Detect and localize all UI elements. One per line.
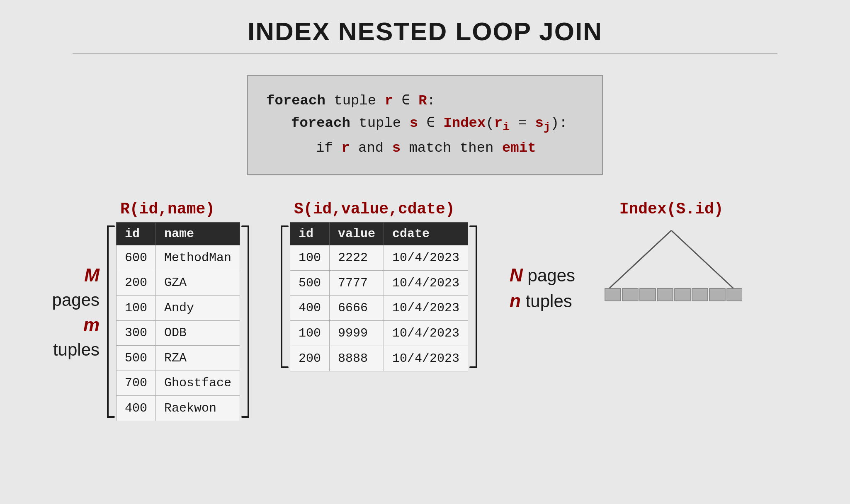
table-row: 500777710/4/2023 (290, 270, 468, 296)
table-r-section: R(id,name) id name 600MethodMan200GZA100… (104, 200, 253, 421)
main-content: M pages m tuples R(id,name) id name 600M… (0, 200, 850, 421)
table-row: 700Ghostface (117, 371, 240, 396)
table-r-bracket-wrapper: id name 600MethodMan200GZA100Andy300ODB5… (104, 222, 253, 421)
svg-line-1 (671, 230, 733, 288)
svg-rect-6 (675, 288, 690, 301)
code-R: R (418, 93, 427, 109)
table-row: 400666610/4/2023 (290, 296, 468, 321)
code-eq: = (510, 115, 535, 131)
code-s-2: s (392, 140, 401, 156)
bracket-left-s (277, 222, 290, 371)
svg-rect-7 (692, 288, 708, 301)
code-then: then (460, 140, 502, 156)
code-ri: ri (494, 115, 510, 131)
table-r-col-name: name (156, 222, 240, 245)
code-colon-1: : (427, 93, 435, 109)
svg-rect-5 (657, 288, 673, 301)
table-s-bracket-wrapper: id value cdate 100222210/4/2023500777710… (277, 222, 481, 371)
code-r-2: r (341, 140, 350, 156)
n-tuples-label: n tuples (510, 288, 572, 314)
svg-rect-4 (640, 288, 656, 301)
table-r: id name 600MethodMan200GZA100Andy300ODB5… (116, 222, 240, 421)
code-match: match (401, 140, 460, 156)
table-row: 600MethodMan (117, 245, 240, 270)
code-s-var: s (410, 115, 418, 131)
table-s-title: S(id,value,cdate) (277, 200, 455, 218)
svg-rect-9 (727, 288, 742, 301)
code-emit: emit (502, 140, 536, 156)
bracket-right-s (468, 222, 481, 371)
code-tuple-1: tuple (325, 93, 385, 109)
code-in-1: ∈ (393, 93, 418, 109)
code-line-1: foreach tuple r ∈ R: (266, 90, 584, 112)
table-row: 100Andy (117, 296, 240, 321)
code-sj: sj (535, 115, 550, 131)
table-s-col-cdate: cdate (384, 222, 468, 245)
code-tuple-2: tuple (350, 115, 410, 131)
table-row: 500RZA (117, 346, 240, 371)
table-s-col-id: id (290, 222, 330, 245)
table-row: 300ODB (117, 320, 240, 346)
table-row: 100222210/4/2023 (290, 245, 468, 270)
code-if: if (316, 140, 341, 156)
right-labels: N pages n tuples (510, 200, 576, 314)
code-and: and (350, 140, 392, 156)
table-row: 100999910/4/2023 (290, 321, 468, 346)
title-divider (73, 53, 777, 54)
m-tuples-label: m tuples (33, 312, 100, 362)
code-open-paren: ( (486, 115, 494, 131)
code-line-2: foreach tuple s ∈ Index(ri = sj): (266, 112, 584, 136)
table-s-section: S(id,value,cdate) id value cdate 1002222… (277, 200, 481, 371)
m-pages-label: M pages (33, 262, 100, 313)
table-s: id value cdate 100222210/4/2023500777710… (290, 222, 468, 371)
table-r-title: R(id,name) (104, 200, 215, 218)
table-row: 200GZA (117, 270, 240, 296)
table-row: 200888810/4/2023 (290, 346, 468, 371)
code-block: foreach tuple r ∈ R: foreach tuple s ∈ I… (247, 75, 603, 175)
code-in-2: ∈ (418, 115, 443, 131)
left-labels: M pages m tuples (33, 200, 100, 362)
table-s-col-value: value (330, 222, 384, 245)
index-label: Index(S.id) (619, 200, 724, 218)
bracket-right-r (240, 222, 253, 421)
svg-rect-8 (709, 288, 725, 301)
bracket-left-r (104, 222, 116, 421)
table-r-header-row: id name (117, 222, 240, 245)
table-s-header-row: id value cdate (290, 222, 468, 245)
table-row: 400Raekwon (117, 396, 240, 421)
code-r-var: r (385, 93, 393, 109)
n-pages-label: N pages (510, 262, 575, 288)
svg-rect-2 (605, 288, 621, 301)
table-r-col-id: id (117, 222, 156, 245)
page-title: INDEX NESTED LOOP JOIN (0, 0, 850, 53)
code-foreach-2: foreach (291, 115, 350, 131)
svg-rect-3 (622, 288, 638, 301)
index-tree-svg (601, 222, 742, 313)
code-line-3: if r and s match then emit (266, 137, 584, 159)
index-section: Index(S.id) (601, 200, 742, 317)
code-index-fn: Index (443, 115, 486, 131)
code-close-paren: ): (551, 115, 568, 131)
code-foreach-1: foreach (266, 93, 325, 109)
svg-line-0 (609, 230, 671, 288)
